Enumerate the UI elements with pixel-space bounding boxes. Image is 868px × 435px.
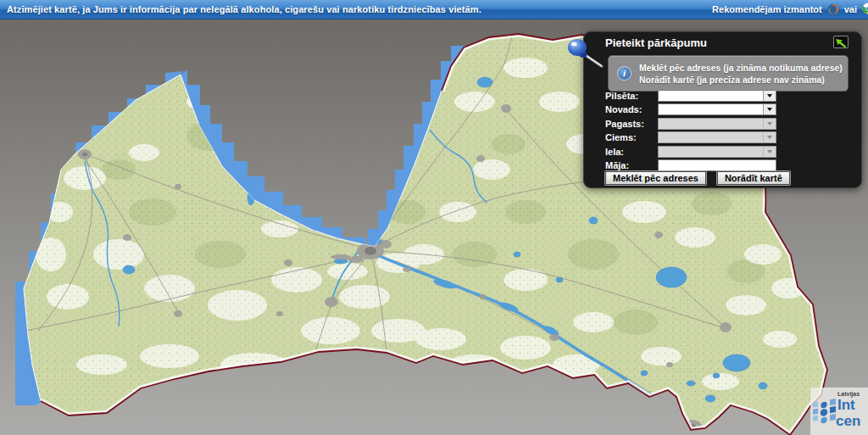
chrome-icon[interactable] <box>862 3 868 14</box>
info-text: Meklēt pēc adreses (ja zināma notikuma a… <box>639 62 843 86</box>
panel-buttons: Meklēt pēc adreses Norādīt kartē <box>605 171 790 185</box>
top-message-bar: Atzīmējiet kartē, ja Jums ir informācija… <box>0 0 868 20</box>
firefox-icon[interactable] <box>827 3 839 15</box>
collapse-button[interactable] <box>833 36 849 48</box>
or-label: vai <box>844 4 857 14</box>
form-row-pilseta: Pilsēta: <box>605 90 776 102</box>
info-line-2: Norādīt kartē (ja precīza adrese nav zin… <box>639 74 843 86</box>
dropdown-arrow-icon <box>763 147 776 157</box>
address-form: Pilsēta: Novads: Pagasts: Ciems: <box>605 90 776 173</box>
panel-title: Pieteikt pārkāpumu <box>605 36 707 49</box>
maja-label: Māja: <box>605 160 658 170</box>
point-on-map-button[interactable]: Norādīt kartē <box>717 171 790 185</box>
dropdown-arrow-icon <box>763 132 776 142</box>
pagasts-label: Pagasts: <box>605 119 658 129</box>
info-box: i Meklēt pēc adreses (ja zināma notikuma… <box>608 55 849 92</box>
browser-recommendation: Rekomendējam izmantot vai <box>712 0 868 19</box>
map-pin-icon[interactable] <box>559 34 610 72</box>
dropdown-arrow-icon <box>763 119 776 129</box>
header-message: Atzīmējiet kartē, ja Jums ir informācija… <box>0 4 481 14</box>
report-violation-panel: Pieteikt pārkāpumu i Meklēt pēc adreses … <box>583 31 862 188</box>
pagasts-select-disabled <box>658 118 776 130</box>
logo-line2-text: cen <box>836 413 860 430</box>
recommend-label: Rekomendējam izmantot <box>712 4 822 14</box>
chrome-icon-wrap <box>862 3 868 16</box>
pilseta-select[interactable] <box>658 90 776 102</box>
novads-label: Novads: <box>605 104 658 114</box>
novads-select[interactable] <box>658 103 776 115</box>
maja-input[interactable] <box>658 159 776 171</box>
form-row-iela: Iela: <box>605 146 776 158</box>
form-row-maja: Māja: <box>605 159 776 171</box>
form-row-ciems: Ciems: <box>605 131 776 143</box>
logo-region-text: Latvijas <box>837 391 860 397</box>
form-row-pagasts: Pagasts: <box>605 118 776 130</box>
logo-dots-icon <box>812 393 837 432</box>
app-screen: Atzīmējiet kartē, ja Jums ir informācija… <box>0 0 868 435</box>
info-line-1: Meklēt pēc adreses (ja zināma notikuma a… <box>639 62 843 74</box>
pilseta-label: Pilsēta: <box>605 91 658 101</box>
ciems-select-disabled <box>658 131 776 143</box>
ciems-label: Ciems: <box>605 132 658 142</box>
latvijas-logo: Latvijas Int cen <box>810 384 868 435</box>
logo-line1-text: Int <box>837 397 855 414</box>
info-icon: i <box>617 66 632 81</box>
iela-select-disabled <box>658 146 776 158</box>
collapse-arrow-icon <box>834 37 848 48</box>
search-by-address-button[interactable]: Meklēt pēc adreses <box>605 171 706 185</box>
iela-label: Iela: <box>605 147 658 157</box>
dropdown-arrow-icon[interactable] <box>763 104 776 114</box>
dropdown-arrow-icon[interactable] <box>763 91 776 101</box>
form-row-novads: Novads: <box>605 103 776 115</box>
